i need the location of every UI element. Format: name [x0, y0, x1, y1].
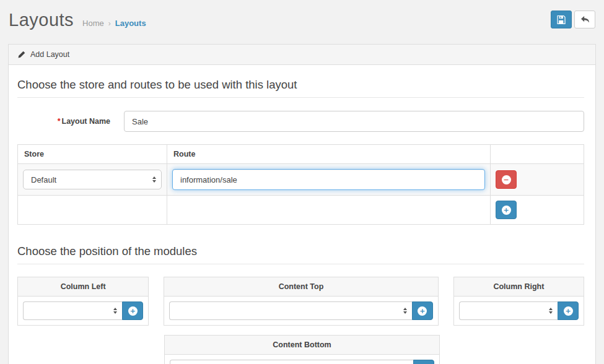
required-asterisk: *: [58, 117, 61, 126]
layout-name-label: *Layout Name: [17, 117, 110, 126]
content-top-module-select[interactable]: [169, 301, 411, 320]
module-panel-content-top: Content Top +: [164, 277, 438, 326]
breadcrumb-home-link[interactable]: Home: [82, 19, 104, 28]
module-panel-column-right: Column Right +: [453, 277, 584, 326]
modules-row-bottom: Content Bottom +: [17, 335, 584, 364]
content-bottom-module-select[interactable]: [170, 360, 413, 364]
plus-circle-icon: +: [418, 306, 427, 316]
section-title-store-routes: Choose the store and routes to be used w…: [17, 74, 584, 98]
modules-row-top: Column Left + Content Top: [17, 277, 584, 326]
store-select-value: Default: [31, 175, 149, 184]
empty-cell: [167, 196, 491, 225]
table-row: Default −: [18, 164, 584, 196]
panel-body: Choose the store and routes to be used w…: [9, 65, 595, 364]
empty-cell: [18, 196, 167, 225]
column-header-store: Store: [18, 145, 167, 164]
layout-name-input[interactable]: [124, 111, 584, 132]
table-row-add: +: [18, 196, 584, 225]
floppy-save-icon: [557, 15, 566, 24]
column-left-add-module-button[interactable]: +: [122, 301, 143, 320]
plus-circle-icon: +: [564, 306, 573, 316]
page-title: Layouts: [9, 10, 74, 30]
minus-circle-icon: −: [502, 175, 511, 184]
module-panel-content-bottom: Content Bottom +: [164, 335, 440, 364]
column-right-add-module-button[interactable]: +: [558, 301, 579, 320]
section-title-modules: Choose the position of the modules: [17, 241, 584, 264]
layout-name-form-group: *Layout Name: [17, 111, 584, 132]
select-stepper-icon: [113, 308, 117, 314]
select-stepper-icon: [549, 308, 553, 314]
plus-circle-icon: +: [128, 306, 138, 316]
pencil-icon: [18, 51, 25, 58]
plus-circle-icon: +: [502, 206, 511, 215]
panel-title: Add Layout: [30, 50, 69, 59]
select-stepper-icon: [403, 308, 407, 314]
select-stepper-icon: [152, 176, 156, 183]
panel-heading: Add Layout: [9, 45, 595, 65]
remove-route-button[interactable]: −: [496, 170, 517, 189]
table-header-row: Store Route: [18, 145, 584, 164]
layout-name-field-wrap: [124, 111, 584, 132]
add-layout-panel: Add Layout Choose the store and routes t…: [8, 44, 596, 364]
routes-table: Store Route Default: [17, 144, 584, 225]
breadcrumb: Home › Layouts: [82, 19, 146, 28]
store-select[interactable]: Default: [23, 170, 162, 189]
column-header-action: [491, 145, 584, 164]
back-button[interactable]: [574, 11, 595, 28]
header-actions: [551, 11, 595, 28]
module-panel-column-left: Column Left +: [17, 277, 149, 326]
content-bottom-add-module-button[interactable]: +: [413, 360, 434, 364]
save-button[interactable]: [551, 11, 572, 28]
module-heading-content-top: Content Top: [164, 277, 437, 297]
module-heading-column-right: Column Right: [454, 277, 584, 297]
module-heading-column-left: Column Left: [18, 277, 148, 297]
column-header-route: Route: [167, 145, 491, 164]
route-input[interactable]: [172, 169, 485, 190]
add-route-button[interactable]: +: [496, 201, 517, 219]
column-left-module-select[interactable]: [23, 301, 122, 320]
breadcrumb-separator-icon: ›: [108, 19, 111, 28]
content-top-add-module-button[interactable]: +: [412, 301, 433, 320]
column-right-module-select[interactable]: [459, 301, 558, 320]
breadcrumb-layouts-link[interactable]: Layouts: [115, 19, 146, 28]
back-reply-icon: [580, 15, 590, 24]
page-header: Layouts Home › Layouts: [0, 0, 604, 38]
module-heading-content-bottom: Content Bottom: [165, 336, 439, 355]
